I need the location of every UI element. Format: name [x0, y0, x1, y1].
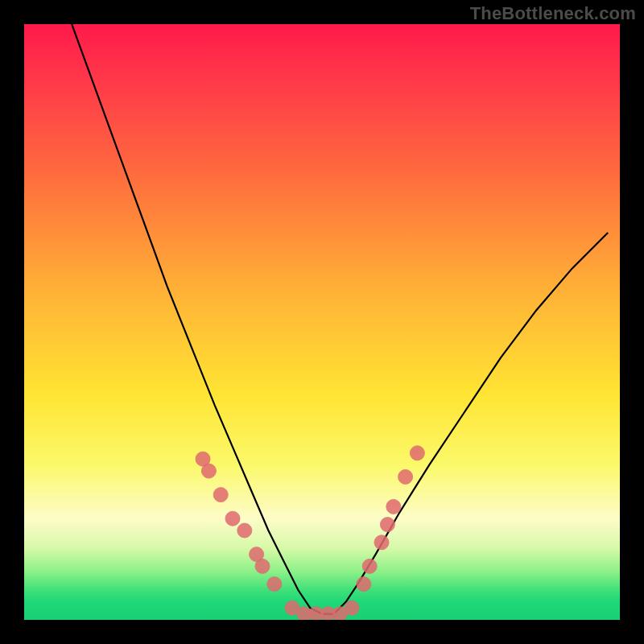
plot-area [24, 24, 620, 620]
data-point [398, 469, 413, 484]
chart-svg [24, 24, 620, 620]
data-point [225, 511, 240, 526]
data-point [267, 577, 282, 592]
data-point [362, 559, 377, 573]
watermark-text: TheBottleneck.com [470, 3, 636, 24]
data-point [201, 464, 216, 478]
data-points-group [196, 446, 424, 620]
data-point [213, 488, 228, 502]
data-point [380, 518, 394, 532]
data-point [237, 523, 252, 538]
data-point [386, 499, 401, 514]
data-point [255, 559, 270, 573]
data-point [410, 446, 424, 460]
chart-frame: TheBottleneck.com [0, 0, 644, 644]
bottleneck-curve-path [72, 24, 608, 614]
data-point [357, 577, 371, 592]
data-point [374, 535, 389, 550]
data-point [345, 601, 359, 615]
